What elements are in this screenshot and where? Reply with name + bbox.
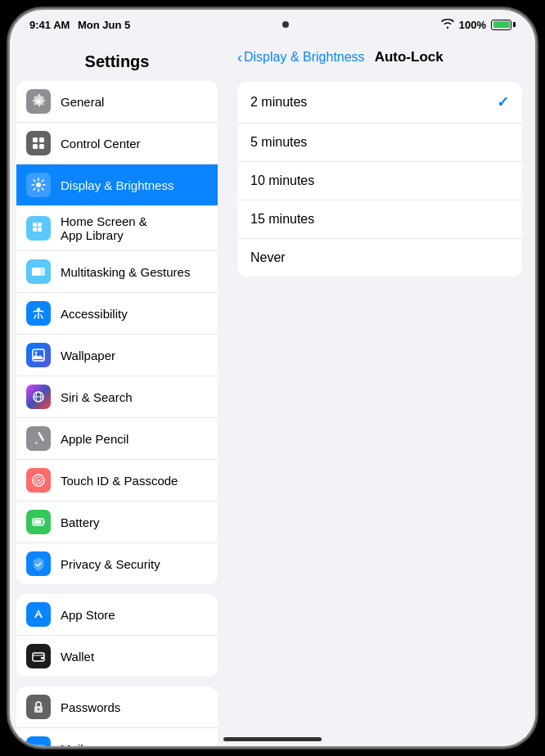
app-store-icon xyxy=(26,602,51,627)
wallet-icon xyxy=(26,644,51,668)
sidebar-item-apple-pencil[interactable]: Apple Pencil xyxy=(16,418,218,460)
svg-rect-17 xyxy=(38,227,42,232)
sidebar-item-display-brightness[interactable]: Display & Brightness xyxy=(16,164,218,206)
sidebar-section-3: Passwords Mail xyxy=(16,686,218,746)
right-header: ‹ Display & Brightness Auto-Lock xyxy=(224,39,535,75)
privacy-icon xyxy=(26,551,51,576)
option-10min[interactable]: 10 minutes xyxy=(237,162,522,200)
multitasking-icon xyxy=(26,259,51,284)
option-15min[interactable]: 15 minutes xyxy=(237,200,522,239)
app-store-label: App Store xyxy=(61,608,115,622)
sidebar-item-home-screen[interactable]: Home Screen &App Library xyxy=(16,206,218,251)
svg-rect-4 xyxy=(39,144,44,149)
sidebar-item-siri-search[interactable]: Siri & Search xyxy=(16,376,218,418)
back-chevron-icon: ‹ xyxy=(237,50,242,65)
ipad-frame: 9:41 AM Mon Jun 5 100% xyxy=(10,10,535,746)
sidebar-item-mail[interactable]: Mail xyxy=(16,728,218,746)
sidebar-item-wallpaper[interactable]: Wallpaper xyxy=(16,335,218,376)
mail-label: Mail xyxy=(61,742,83,747)
svg-rect-26 xyxy=(38,432,44,442)
svg-line-10 xyxy=(34,180,35,182)
date: Mon Jun 5 xyxy=(78,19,130,31)
option-10min-label: 10 minutes xyxy=(250,173,314,188)
option-never-label: Never xyxy=(250,250,286,265)
svg-rect-19 xyxy=(37,268,45,276)
right-panel: ‹ Display & Brightness Auto-Lock 2 minut… xyxy=(224,39,535,746)
sidebar-item-battery[interactable]: Battery xyxy=(16,502,218,543)
option-2min-checkmark: ✓ xyxy=(497,93,509,111)
page-title: Auto-Lock xyxy=(375,49,444,65)
status-indicators: 100% xyxy=(441,19,516,31)
battery-label: Battery xyxy=(61,515,100,529)
back-label: Display & Brightness xyxy=(244,50,365,65)
sidebar: Settings General xyxy=(10,39,224,746)
svg-rect-16 xyxy=(33,227,37,232)
time: 9:41 AM xyxy=(29,19,70,31)
passwords-label: Passwords xyxy=(61,700,120,714)
passwords-icon xyxy=(26,695,51,719)
sidebar-item-control-center[interactable]: Control Center xyxy=(16,123,218,164)
home-indicator xyxy=(223,737,322,741)
accessibility-label: Accessibility xyxy=(61,307,128,321)
siri-search-label: Siri & Search xyxy=(61,390,133,404)
touch-id-label: Touch ID & Passcode xyxy=(61,474,178,488)
camera-indicator xyxy=(282,21,289,28)
apple-pencil-icon xyxy=(26,426,51,451)
multitasking-label: Multitasking & Gestures xyxy=(61,265,190,279)
svg-line-11 xyxy=(42,188,43,190)
svg-point-22 xyxy=(35,352,38,354)
sidebar-item-touch-id[interactable]: Touch ID & Passcode xyxy=(16,460,218,502)
svg-rect-38 xyxy=(33,745,44,746)
sidebar-item-multitasking[interactable]: Multitasking & Gestures xyxy=(16,251,218,293)
sidebar-section-1: General Control Center xyxy=(16,81,218,584)
wallet-label: Wallet xyxy=(61,650,94,664)
auto-lock-options: 2 minutes ✓ 5 minutes 10 minutes 15 minu… xyxy=(237,82,522,277)
svg-rect-1 xyxy=(33,137,38,142)
sidebar-item-passwords[interactable]: Passwords xyxy=(16,686,218,728)
status-bar: 9:41 AM Mon Jun 5 100% xyxy=(10,10,535,39)
svg-point-5 xyxy=(36,182,41,187)
display-brightness-icon xyxy=(26,173,51,197)
svg-point-37 xyxy=(38,709,39,710)
sidebar-title: Settings xyxy=(10,46,224,81)
touch-id-icon xyxy=(26,468,51,493)
sidebar-item-accessibility[interactable]: Accessibility xyxy=(16,293,218,335)
option-5min-label: 5 minutes xyxy=(250,135,307,150)
svg-rect-15 xyxy=(38,223,42,227)
battery-settings-icon xyxy=(26,510,51,534)
svg-point-30 xyxy=(38,479,40,482)
sidebar-item-privacy[interactable]: Privacy & Security xyxy=(16,543,218,584)
sidebar-item-app-store[interactable]: App Store xyxy=(16,594,218,636)
option-2min[interactable]: 2 minutes ✓ xyxy=(237,82,522,124)
general-label: General xyxy=(61,95,104,109)
wallpaper-icon xyxy=(26,343,51,367)
back-button[interactable]: ‹ Display & Brightness xyxy=(237,50,365,65)
svg-rect-35 xyxy=(41,657,43,659)
mail-icon xyxy=(26,736,51,746)
option-5min[interactable]: 5 minutes xyxy=(237,124,522,162)
control-center-icon xyxy=(26,131,51,155)
siri-search-icon xyxy=(26,385,51,409)
svg-marker-27 xyxy=(35,442,38,444)
svg-line-12 xyxy=(42,180,43,182)
svg-rect-14 xyxy=(33,223,37,227)
home-screen-icon xyxy=(26,216,51,241)
svg-line-13 xyxy=(34,188,35,190)
wallpaper-label: Wallpaper xyxy=(61,349,115,362)
wifi-icon xyxy=(441,19,454,31)
svg-rect-33 xyxy=(43,521,45,524)
privacy-label: Privacy & Security xyxy=(61,557,160,571)
svg-rect-3 xyxy=(33,144,38,149)
battery-percentage: 100% xyxy=(459,19,486,31)
control-center-label: Control Center xyxy=(61,137,141,151)
svg-rect-32 xyxy=(34,520,42,524)
sidebar-item-general[interactable]: General xyxy=(16,81,218,123)
display-brightness-label: Display & Brightness xyxy=(61,178,173,192)
general-icon xyxy=(26,89,51,114)
main-layout: Settings General xyxy=(10,39,535,746)
battery-icon xyxy=(491,20,516,30)
option-never[interactable]: Never xyxy=(237,239,522,277)
sidebar-section-2: App Store Wallet xyxy=(16,594,218,677)
option-15min-label: 15 minutes xyxy=(250,212,314,227)
sidebar-item-wallet[interactable]: Wallet xyxy=(16,636,218,677)
